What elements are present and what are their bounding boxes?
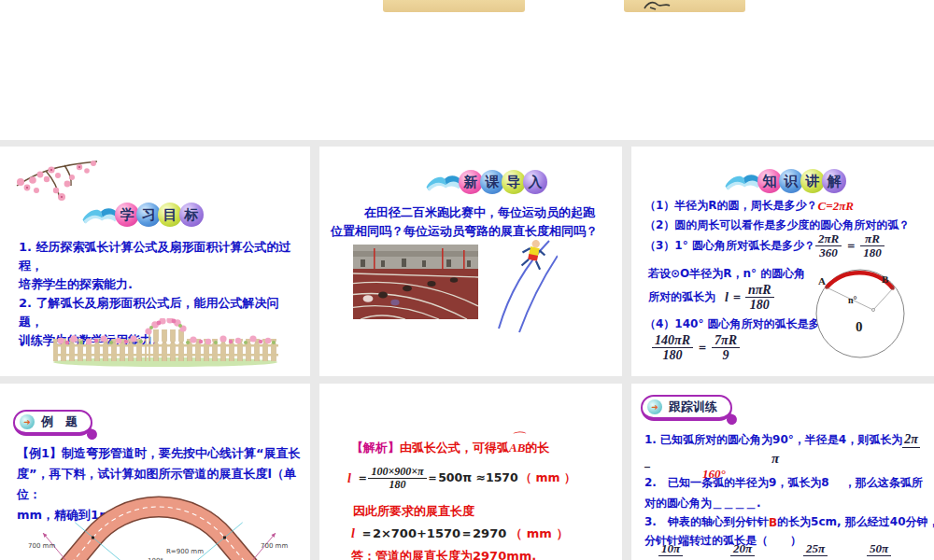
point-a-label: A xyxy=(818,275,826,287)
section-badge-intro: 新 课 导 入 xyxy=(424,170,547,194)
frac-den: 180 xyxy=(368,479,426,491)
objective-line: 培养学生的探索能力. xyxy=(19,275,301,294)
option-b: 20π cm xyxy=(730,542,771,560)
intro-question-line1: 在田径二百米跑比赛中，每位运动员的起跑 xyxy=(364,204,595,221)
fraction: 2πR360 xyxy=(815,232,842,260)
pipe-diagram: 700 mm 700 mm R=900 mm 100° xyxy=(26,494,292,560)
frac-den: 180 xyxy=(860,246,884,259)
q1-answer: C=2πR xyxy=(818,199,854,214)
badge-label: 跟踪训练 xyxy=(669,399,717,413)
knowledge-q1: （1）半径为R的圆，周长是多少？C=2πR xyxy=(644,198,854,214)
badge-char: 导 xyxy=(507,174,521,191)
frac-num: 7πR xyxy=(712,333,740,348)
runner-illustration xyxy=(488,235,558,333)
frac-num: 10π xyxy=(658,542,683,556)
q3-text-a: 3. 钟表的轴心到分针针 xyxy=(644,514,769,530)
section-badge-knowledge: 知 识 讲 解 xyxy=(723,169,846,193)
badge-ball: 标 xyxy=(179,203,204,227)
q1-blank-continuation: _ xyxy=(644,455,650,468)
practice-q2-line2: 对的圆心角为＿＿＿＿. xyxy=(644,496,761,511)
q3-text: （3）1° 圆心角所对弧长是多少？ xyxy=(644,238,815,254)
fraction: nπR180 xyxy=(745,283,774,313)
knowledge-formula: 所对的弧长为 l ＝ nπR180 xyxy=(648,283,774,313)
frac-num: 100×900×π xyxy=(368,466,426,479)
dim-right-label: 700 mm xyxy=(261,542,288,550)
frac-num: 20π xyxy=(730,542,755,556)
knowledge-q4: （4）140° 圆心角所对的弧长是多少？ xyxy=(644,316,842,332)
badge-tail xyxy=(725,413,738,426)
badge-char: 学 xyxy=(120,206,134,224)
slide-lesson-intro[interactable]: 新 课 导 入 在田径二百米跑比赛中，每位运动员的起跑 位置相同吗？每位运动员弯… xyxy=(319,147,622,376)
frac-den: 360 xyxy=(815,246,842,259)
slide-example[interactable]: ➜ 例 题 【例1】制造弯形管道时，要先按中心线计算“展直长 度”，再下料，试计… xyxy=(0,384,310,560)
formula1-result: ＝500π ≈1570 xyxy=(427,470,518,486)
practice-q1: 1. 已知弧所对的圆心角为90°，半径是4，则弧长为 2π xyxy=(644,432,920,448)
radius-label: R=900 mm xyxy=(166,548,204,555)
badge-char: 讲 xyxy=(806,173,820,190)
option-d: 50π cm xyxy=(867,542,908,560)
slide-fragment-right[interactable] xyxy=(624,0,745,12)
formula2-expression: ＝2×700+1570＝2970 xyxy=(361,525,506,542)
track-photo xyxy=(353,245,478,319)
setup-line2: 所对的弧长为 xyxy=(648,289,715,305)
knowledge-setup-line1: 若设⊙O半径为R，n° 的圆心角 xyxy=(648,266,805,282)
row-divider xyxy=(0,376,934,384)
practice-q2-line1: 2. 已知一条弧的半径为9，弧长为8 ，那么这条弧所 xyxy=(644,475,923,491)
q1-answer: 2π xyxy=(902,432,920,448)
slide-practice[interactable]: ➜ 跟踪训练 1. 已知弧所对的圆心角为90°，半径是4，则弧长为 2π _ π… xyxy=(631,384,934,560)
formula2-unit: （ mm ） xyxy=(510,525,568,542)
slide-fragment-left[interactable] xyxy=(383,0,525,12)
angle-label: n° xyxy=(848,295,857,305)
badge-char: 识 xyxy=(785,173,799,190)
row-divider xyxy=(0,140,934,147)
solution-intro: 【解析】 由弧长公式，可得弧 ⌒AB 的长 xyxy=(351,440,549,456)
slide-knowledge[interactable]: 知 识 讲 解 （1）半径为R的圆，周长是多少？C=2πR （2）圆的周长可以看… xyxy=(631,147,934,376)
slide-learning-objectives[interactable]: 学 习 目 标 1. 经历探索弧长计算公式及扇形面积计算公式的过程， 培养学生的… xyxy=(0,147,310,376)
badge-tail xyxy=(85,427,98,441)
fraction: 140πR180 xyxy=(652,333,693,363)
slide-solution[interactable]: 【解析】 由弧长公式，可得弧 ⌒AB 的长 l ＝ 100×900×π180 ＝… xyxy=(319,384,622,560)
formula1-unit: （ mm ） xyxy=(520,470,576,486)
badge-char: 习 xyxy=(142,206,156,224)
solution-formula1: l ＝ 100×900×π180 ＝500π ≈1570 （ mm ） xyxy=(347,466,576,491)
option-unit: cm xyxy=(685,555,700,560)
badge-char: 目 xyxy=(163,206,177,224)
equals-sign: ＝ xyxy=(731,289,743,305)
arrow-icon: ➜ xyxy=(20,414,35,429)
objective-line: 1. 经历探索弧长计算公式及扇形面积计算公式的过程， xyxy=(19,238,301,275)
badge-char: 解 xyxy=(828,173,842,190)
option-unit: cm xyxy=(757,555,771,560)
badge-ball: 入 xyxy=(523,170,547,194)
solution-formula2: l ＝2×700+1570＝2970 （ mm ） xyxy=(351,525,568,542)
arc-symbol: ⌒ xyxy=(510,432,524,441)
frac-num: πR xyxy=(860,232,884,246)
frac-den: 9 xyxy=(712,348,740,362)
arc-length-symbol: l xyxy=(725,290,729,305)
q1-text: 1. 已知弧所对的圆心角为90°，半径是4，则弧长为 xyxy=(644,432,902,448)
frac-num: 140πR xyxy=(652,333,693,348)
frac-num: 25π xyxy=(803,542,828,556)
garden-fence-art xyxy=(51,318,280,367)
solution-line1a: 由弧长公式，可得弧 xyxy=(400,440,509,456)
equals-sign: ＝ xyxy=(357,470,369,486)
badge-char: 知 xyxy=(763,173,777,190)
frac-num: 2πR xyxy=(815,232,842,246)
section-badge-example: ➜ 例 题 xyxy=(13,410,92,436)
frac-den: 180 xyxy=(745,298,774,312)
arrow-icon: ➜ xyxy=(647,399,662,414)
column-divider xyxy=(310,140,319,560)
fraction: 100×900×π180 xyxy=(368,466,426,491)
q3-text-b: 的长为5cm, 那么经过40分钟， xyxy=(777,514,934,530)
badge-char: 新 xyxy=(464,174,478,191)
fraction: 7πR9 xyxy=(712,333,740,363)
center-label: 0 xyxy=(856,319,863,334)
practice-q3-line1: 3. 钟表的轴心到分针针 B 的长为5cm, 那么经过40分钟， xyxy=(644,514,934,530)
option-unit: cm xyxy=(829,555,844,560)
scribble-art xyxy=(641,0,678,12)
frac-den: 180 xyxy=(652,348,693,362)
badge-char: 标 xyxy=(185,206,199,224)
q1-pi-symbol: π xyxy=(771,451,779,467)
badge-char: 课 xyxy=(486,174,500,191)
q2-answer-annotation: 160° xyxy=(702,467,726,482)
slide-sorter-view: 学 习 目 标 1. 经历探索弧长计算公式及扇形面积计算公式的过程， 培养学生的… xyxy=(0,0,934,560)
